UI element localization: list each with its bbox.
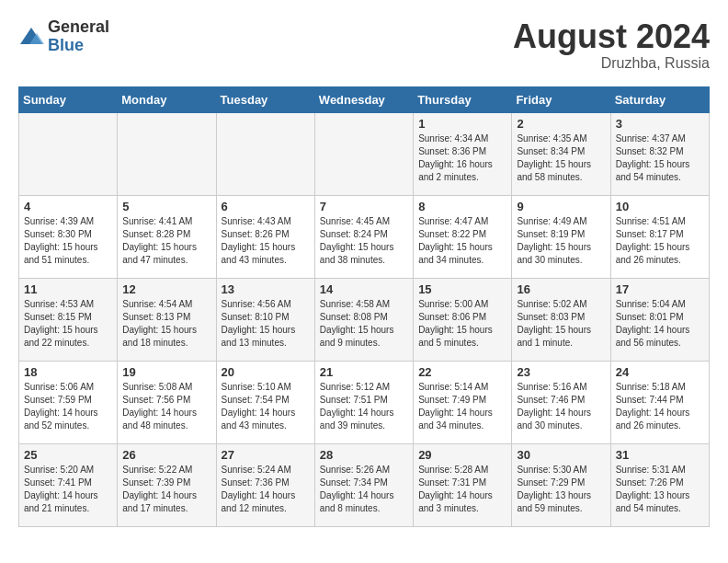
logo-blue: Blue (48, 37, 109, 55)
day-number: 14 (320, 282, 408, 296)
day-number: 12 (122, 282, 210, 296)
calendar-cell: 6Sunrise: 4:43 AM Sunset: 8:26 PM Daylig… (216, 195, 314, 278)
day-number: 17 (616, 282, 704, 296)
day-number: 28 (320, 448, 408, 462)
calendar-cell: 31Sunrise: 5:31 AM Sunset: 7:26 PM Dayli… (610, 443, 709, 526)
calendar-cell: 26Sunrise: 5:22 AM Sunset: 7:39 PM Dayli… (118, 443, 216, 526)
day-info: Sunrise: 4:49 AM Sunset: 8:19 PM Dayligh… (517, 215, 605, 267)
calendar-week-row: 1Sunrise: 4:34 AM Sunset: 8:36 PM Daylig… (19, 112, 710, 195)
calendar-cell: 15Sunrise: 5:00 AM Sunset: 8:06 PM Dayli… (414, 278, 512, 361)
day-info: Sunrise: 5:08 AM Sunset: 7:56 PM Dayligh… (122, 381, 210, 432)
calendar-week-row: 18Sunrise: 5:06 AM Sunset: 7:59 PM Dayli… (19, 361, 710, 443)
calendar-cell: 23Sunrise: 5:16 AM Sunset: 7:46 PM Dayli… (512, 361, 610, 443)
page-header: General Blue August 2024 Druzhba, Russia (18, 18, 710, 72)
day-info: Sunrise: 5:16 AM Sunset: 7:46 PM Dayligh… (517, 381, 605, 432)
calendar-cell (19, 112, 118, 195)
calendar-cell: 14Sunrise: 4:58 AM Sunset: 8:08 PM Dayli… (314, 278, 413, 361)
day-info: Sunrise: 5:24 AM Sunset: 7:36 PM Dayligh… (222, 464, 310, 515)
day-number: 23 (517, 365, 605, 379)
day-info: Sunrise: 5:22 AM Sunset: 7:39 PM Dayligh… (122, 464, 210, 515)
day-number: 11 (24, 282, 112, 296)
day-info: Sunrise: 4:58 AM Sunset: 8:08 PM Dayligh… (320, 298, 408, 350)
day-info: Sunrise: 5:26 AM Sunset: 7:34 PM Dayligh… (320, 464, 408, 515)
calendar-cell: 25Sunrise: 5:20 AM Sunset: 7:41 PM Dayli… (19, 443, 118, 526)
day-number: 29 (418, 448, 506, 462)
day-info: Sunrise: 5:06 AM Sunset: 7:59 PM Dayligh… (24, 381, 112, 432)
calendar-cell: 5Sunrise: 4:41 AM Sunset: 8:28 PM Daylig… (118, 195, 216, 278)
day-number: 21 (320, 365, 408, 379)
calendar-cell: 8Sunrise: 4:47 AM Sunset: 8:22 PM Daylig… (414, 195, 512, 278)
calendar-cell: 10Sunrise: 4:51 AM Sunset: 8:17 PM Dayli… (610, 195, 709, 278)
col-header-sunday: Sunday (19, 86, 118, 112)
calendar-cell: 7Sunrise: 4:45 AM Sunset: 8:24 PM Daylig… (314, 195, 413, 278)
calendar-cell: 28Sunrise: 5:26 AM Sunset: 7:34 PM Dayli… (314, 443, 413, 526)
day-info: Sunrise: 5:12 AM Sunset: 7:51 PM Dayligh… (320, 381, 408, 432)
day-number: 8 (418, 200, 506, 213)
logo-text: General Blue (48, 18, 109, 55)
day-number: 9 (517, 200, 605, 213)
day-info: Sunrise: 4:45 AM Sunset: 8:24 PM Dayligh… (320, 215, 408, 267)
calendar-cell: 29Sunrise: 5:28 AM Sunset: 7:31 PM Dayli… (414, 443, 512, 526)
location-title: Druzhba, Russia (513, 55, 710, 72)
col-header-tuesday: Tuesday (216, 86, 314, 112)
calendar-cell (118, 112, 216, 195)
day-info: Sunrise: 4:56 AM Sunset: 8:10 PM Dayligh… (222, 298, 310, 350)
day-number: 16 (517, 282, 605, 296)
col-header-saturday: Saturday (610, 86, 709, 112)
day-info: Sunrise: 4:37 AM Sunset: 8:32 PM Dayligh… (616, 132, 704, 184)
day-info: Sunrise: 4:35 AM Sunset: 8:34 PM Dayligh… (517, 132, 605, 184)
calendar-week-row: 4Sunrise: 4:39 AM Sunset: 8:30 PM Daylig… (19, 195, 710, 278)
calendar-cell: 30Sunrise: 5:30 AM Sunset: 7:29 PM Dayli… (512, 443, 610, 526)
day-number: 5 (122, 200, 210, 213)
calendar-cell: 3Sunrise: 4:37 AM Sunset: 8:32 PM Daylig… (610, 112, 709, 195)
day-info: Sunrise: 4:53 AM Sunset: 8:15 PM Dayligh… (24, 298, 112, 350)
calendar-cell: 13Sunrise: 4:56 AM Sunset: 8:10 PM Dayli… (216, 278, 314, 361)
day-number: 1 (418, 117, 506, 131)
day-number: 25 (24, 448, 112, 462)
calendar-cell (216, 112, 314, 195)
day-number: 18 (24, 365, 112, 379)
calendar-header-row: SundayMondayTuesdayWednesdayThursdayFrid… (19, 86, 710, 112)
day-info: Sunrise: 4:47 AM Sunset: 8:22 PM Dayligh… (418, 215, 506, 267)
day-info: Sunrise: 5:28 AM Sunset: 7:31 PM Dayligh… (418, 464, 506, 515)
day-number: 7 (320, 200, 408, 213)
calendar-cell: 20Sunrise: 5:10 AM Sunset: 7:54 PM Dayli… (216, 361, 314, 443)
day-info: Sunrise: 5:30 AM Sunset: 7:29 PM Dayligh… (517, 464, 605, 515)
calendar-cell: 19Sunrise: 5:08 AM Sunset: 7:56 PM Dayli… (118, 361, 216, 443)
day-number: 24 (616, 365, 704, 379)
title-block: August 2024 Druzhba, Russia (513, 18, 710, 72)
calendar-cell (314, 112, 413, 195)
day-number: 30 (517, 448, 605, 462)
calendar-cell: 21Sunrise: 5:12 AM Sunset: 7:51 PM Dayli… (314, 361, 413, 443)
calendar-cell: 18Sunrise: 5:06 AM Sunset: 7:59 PM Dayli… (19, 361, 118, 443)
logo-general: General (48, 18, 109, 37)
day-number: 22 (418, 365, 506, 379)
calendar-week-row: 11Sunrise: 4:53 AM Sunset: 8:15 PM Dayli… (19, 278, 710, 361)
day-number: 13 (222, 282, 310, 296)
calendar-cell: 22Sunrise: 5:14 AM Sunset: 7:49 PM Dayli… (414, 361, 512, 443)
calendar-cell: 9Sunrise: 4:49 AM Sunset: 8:19 PM Daylig… (512, 195, 610, 278)
calendar-cell: 1Sunrise: 4:34 AM Sunset: 8:36 PM Daylig… (414, 112, 512, 195)
day-number: 31 (616, 448, 704, 462)
day-info: Sunrise: 5:18 AM Sunset: 7:44 PM Dayligh… (616, 381, 704, 432)
day-number: 15 (418, 282, 506, 296)
calendar-cell: 17Sunrise: 5:04 AM Sunset: 8:01 PM Dayli… (610, 278, 709, 361)
calendar-cell: 12Sunrise: 4:54 AM Sunset: 8:13 PM Dayli… (118, 278, 216, 361)
calendar-cell: 11Sunrise: 4:53 AM Sunset: 8:15 PM Dayli… (19, 278, 118, 361)
calendar-cell: 2Sunrise: 4:35 AM Sunset: 8:34 PM Daylig… (512, 112, 610, 195)
col-header-monday: Monday (118, 86, 216, 112)
col-header-friday: Friday (512, 86, 610, 112)
calendar-week-row: 25Sunrise: 5:20 AM Sunset: 7:41 PM Dayli… (19, 443, 710, 526)
day-number: 20 (222, 365, 310, 379)
day-info: Sunrise: 4:51 AM Sunset: 8:17 PM Dayligh… (616, 215, 704, 267)
day-number: 2 (517, 117, 605, 131)
day-info: Sunrise: 5:10 AM Sunset: 7:54 PM Dayligh… (222, 381, 310, 432)
calendar-table: SundayMondayTuesdayWednesdayThursdayFrid… (18, 86, 710, 527)
day-info: Sunrise: 5:00 AM Sunset: 8:06 PM Dayligh… (418, 298, 506, 350)
day-number: 27 (222, 448, 310, 462)
day-info: Sunrise: 5:20 AM Sunset: 7:41 PM Dayligh… (24, 464, 112, 515)
day-info: Sunrise: 5:02 AM Sunset: 8:03 PM Dayligh… (517, 298, 605, 350)
day-number: 10 (616, 200, 704, 213)
calendar-cell: 4Sunrise: 4:39 AM Sunset: 8:30 PM Daylig… (19, 195, 118, 278)
day-info: Sunrise: 4:39 AM Sunset: 8:30 PM Dayligh… (24, 215, 112, 267)
